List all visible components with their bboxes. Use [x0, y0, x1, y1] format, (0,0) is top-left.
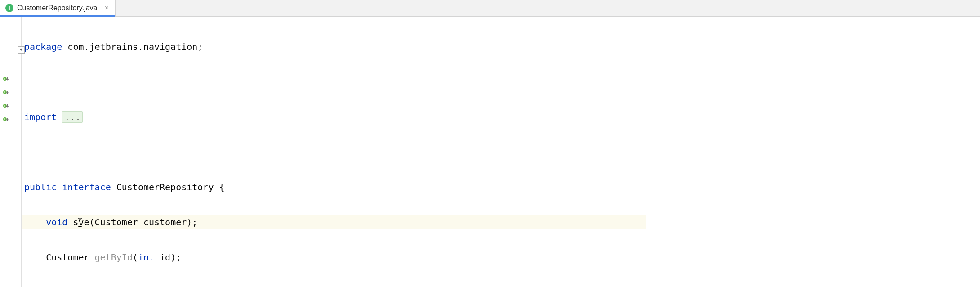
interface-name: CustomerRepository { [111, 182, 225, 193]
close-icon[interactable]: × [103, 4, 110, 12]
implementations-icon[interactable]: I [2, 115, 11, 124]
code-line [22, 75, 646, 89]
svg-text:I: I [4, 77, 5, 80]
package-name: com.jetbrains.navigation; [62, 41, 203, 52]
keyword-package: package [24, 41, 62, 52]
file-tab[interactable]: I CustomerRepository.java × [0, 0, 116, 16]
code-line-current: void sve(Customer customer); [22, 215, 646, 229]
implementations-icon[interactable]: I [2, 74, 11, 83]
editor-area: + I I I [0, 17, 980, 287]
svg-text:I: I [4, 104, 5, 107]
svg-text:I: I [4, 117, 5, 121]
folded-region[interactable]: ... [62, 111, 83, 123]
code-line: package com.jetbrains.navigation; [22, 40, 646, 54]
code-line: Customer getById(int id); [22, 251, 646, 264]
keyword-import: import [24, 112, 57, 122]
tab-filename: CustomerRepository.java [17, 4, 97, 12]
keyword-void: void [46, 217, 67, 228]
implementations-icon[interactable]: I [2, 101, 11, 110]
method-save-post: ve [78, 217, 89, 228]
method-getbyid: getById [95, 252, 133, 263]
right-panel [646, 17, 980, 287]
code-line: public interface CustomerRepository { [22, 180, 646, 194]
svg-text:I: I [4, 90, 5, 94]
keyword-interface: interface [62, 182, 111, 193]
code-line: import ... [22, 110, 646, 124]
keyword-int: int [138, 252, 154, 263]
save-params: (Customer customer); [89, 217, 198, 228]
code-editor[interactable]: package com.jetbrains.navigation; import… [22, 17, 646, 287]
keyword-public: public [24, 182, 62, 193]
method-save-pre: s [67, 217, 78, 228]
gutter: + I I I [0, 17, 22, 287]
type-customer: Customer [46, 252, 94, 263]
implementations-icon[interactable]: I [2, 88, 11, 97]
getbyid-rest: id); [154, 252, 181, 263]
code-line [22, 145, 646, 159]
tab-bar: I CustomerRepository.java × [0, 0, 980, 17]
paren-open: ( [133, 252, 138, 263]
interface-icon: I [5, 4, 13, 12]
